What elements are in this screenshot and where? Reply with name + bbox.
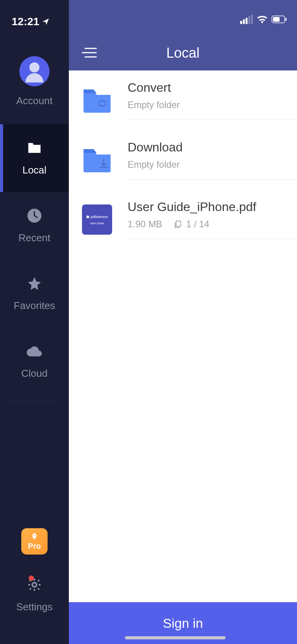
main-content: Local Convert Empty folder Download Empt…: [69, 0, 297, 644]
sidebar-item-label: Favorites: [14, 300, 55, 312]
file-name: Convert: [128, 81, 297, 95]
sidebar-item-label: Recent: [19, 232, 50, 244]
star-icon: [27, 276, 42, 291]
folder-row-convert[interactable]: Convert Empty folder: [69, 70, 297, 130]
clock-text: 12:21: [12, 15, 39, 28]
clock-icon: [27, 208, 42, 223]
sign-in-label: Sign in: [163, 616, 203, 631]
svg-rect-5: [285, 18, 287, 21]
avatar-icon: [19, 56, 50, 86]
sidebar-item-settings[interactable]: Settings: [16, 577, 53, 613]
svg-rect-11: [176, 221, 181, 227]
sidebar-item-label: Cloud: [21, 368, 48, 380]
svg-point-2: [32, 582, 36, 587]
signal-icon: [240, 15, 253, 24]
pdf-thumbnail-icon: pdfelement User Guide: [82, 204, 112, 235]
upgrade-pro-button[interactable]: Pro: [21, 528, 48, 555]
statusbar-right: [240, 15, 287, 24]
location-arrow-icon: [42, 18, 50, 26]
home-indicator[interactable]: [125, 636, 225, 639]
file-meta: Empty folder: [128, 159, 297, 170]
notification-dot-icon: [29, 575, 34, 581]
folder-icon: [27, 140, 42, 156]
sidebar-item-label: Local: [22, 164, 46, 176]
sidebar-nav: Local Recent Favorites Cloud: [0, 124, 69, 407]
file-row-userguide[interactable]: pdfelement User Guide User Guide_iPhone.…: [69, 190, 297, 249]
sidebar-item-favorites[interactable]: Favorites: [0, 260, 69, 328]
thumb-title: pdfelement: [90, 215, 108, 219]
sidebar: 12:21 Account Local Recent Favorites: [0, 0, 69, 644]
header: Local: [69, 0, 297, 70]
sidebar-account[interactable]: Account: [0, 56, 69, 107]
sidebar-item-cloud[interactable]: Cloud: [0, 328, 69, 395]
page-count: 1 / 14: [174, 219, 209, 230]
thumb-subtitle: User Guide: [90, 222, 104, 225]
menu-button[interactable]: [82, 47, 97, 60]
rocket-icon: [30, 532, 39, 541]
svg-rect-4: [273, 17, 280, 22]
file-list: Convert Empty folder Download Empty fold…: [69, 70, 297, 602]
page-count-text: 1 / 14: [186, 219, 209, 230]
divider: [11, 401, 58, 402]
hamburger-icon: [82, 47, 97, 58]
file-meta: Empty folder: [128, 100, 297, 110]
page-title: Local: [166, 45, 200, 61]
file-size: 1.90 MB: [128, 219, 162, 230]
statusbar-time: 12:21: [12, 15, 50, 28]
folder-sync-icon: [82, 87, 112, 113]
pages-icon: [174, 220, 182, 228]
file-name: User Guide_iPhone.pdf: [128, 200, 297, 214]
svg-point-1: [34, 534, 35, 536]
sidebar-item-recent[interactable]: Recent: [0, 192, 69, 260]
sidebar-item-local[interactable]: Local: [0, 124, 69, 192]
upgrade-label: Pro: [28, 542, 41, 551]
cloud-icon: [27, 343, 42, 359]
file-name: Download: [128, 140, 297, 155]
battery-icon: [271, 15, 287, 23]
wifi-icon: [257, 15, 268, 24]
folder-download-icon: [82, 147, 112, 173]
settings-label: Settings: [16, 601, 53, 613]
account-label: Account: [16, 95, 53, 107]
folder-row-download[interactable]: Download Empty folder: [69, 130, 297, 190]
